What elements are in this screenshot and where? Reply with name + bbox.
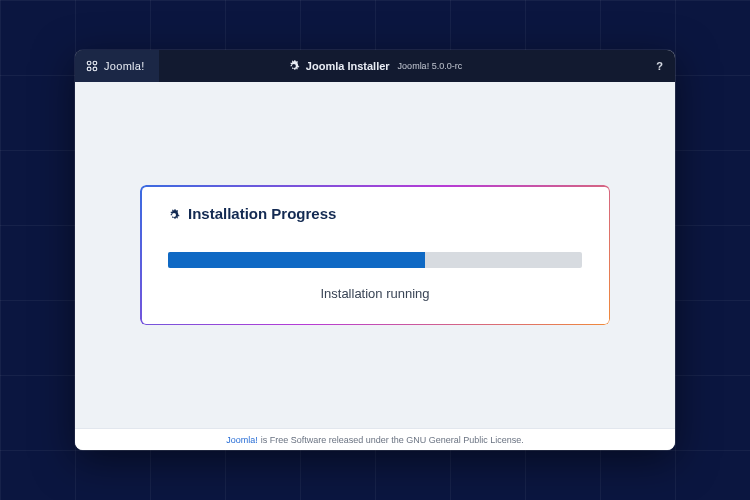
installer-title: Joomla Installer [306,60,390,72]
progress-bar [168,252,582,268]
footer: Joomla! is Free Software released under … [75,428,675,450]
gears-icon [168,208,180,220]
footer-link[interactable]: Joomla! [226,435,258,445]
help-button[interactable]: ? [644,60,675,72]
brand-block: Joomla! [75,50,159,82]
header-bar: Joomla! Joomla Installer Joomla! 5.0.0-r… [75,50,675,82]
footer-text: is Free Software released under the GNU … [261,435,524,445]
version-label: Joomla! 5.0.0-rc [398,61,463,71]
status-text: Installation running [168,286,582,301]
svg-point-1 [93,61,97,65]
progress-fill [168,252,425,268]
svg-point-2 [87,67,91,71]
header-title-block: Joomla Installer Joomla! 5.0.0-rc [288,60,462,72]
svg-point-3 [93,67,97,71]
joomla-logo-icon [85,59,99,73]
svg-point-0 [87,61,91,65]
content-area: Installation Progress Installation runni… [75,82,675,428]
card-header: Installation Progress [168,205,582,222]
brand-name: Joomla! [104,60,145,72]
progress-card: Installation Progress Installation runni… [140,185,610,325]
installer-window: Joomla! Joomla Installer Joomla! 5.0.0-r… [75,50,675,450]
gears-icon [288,60,300,72]
card-title: Installation Progress [188,205,336,222]
